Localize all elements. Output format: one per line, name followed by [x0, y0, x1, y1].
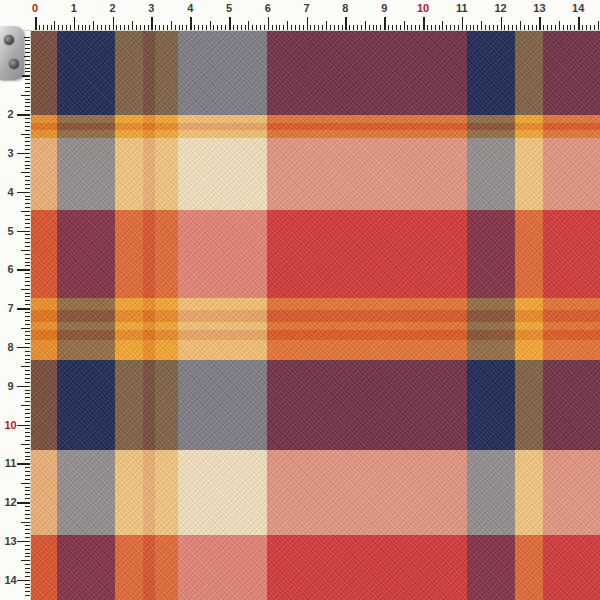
ruler-tick [578, 17, 580, 30]
ruler-tick [105, 25, 106, 31]
ruler-tick [233, 25, 234, 31]
ruler-tick [489, 25, 490, 31]
ruler-tick [17, 386, 30, 388]
ruler-tick [404, 21, 405, 30]
ruler-tick [25, 60, 31, 61]
ruler-tick [17, 463, 30, 465]
ruler-top-number: 5 [226, 3, 232, 14]
ruler-tick [25, 227, 31, 228]
ruler-tick [454, 25, 455, 31]
ruler-tick [25, 448, 31, 449]
ruler-tick [17, 502, 30, 504]
ruler-tick [25, 355, 31, 356]
ruler-tick [85, 25, 86, 31]
ruler-tick [241, 25, 242, 31]
ruler-tick [25, 529, 31, 530]
screw-icon [9, 59, 19, 69]
ruler-tick [501, 17, 503, 30]
ruler-tick [210, 21, 211, 30]
ruler-tick [25, 262, 31, 263]
ruler-tick [25, 568, 31, 569]
ruler-tick [25, 343, 31, 344]
ruler-tick [70, 25, 71, 31]
ruler-tick [21, 172, 30, 173]
ruler-tick [25, 494, 31, 495]
ruler-tick [283, 25, 284, 31]
ruler-tick [299, 25, 300, 31]
ruler-tick [82, 25, 83, 31]
ruler-tick [25, 514, 31, 515]
ruler-top-number: 14 [572, 3, 584, 14]
ruler-tick [25, 130, 31, 131]
ruler-tick [25, 83, 31, 84]
ruler-tick [151, 17, 153, 30]
ruler-tick [396, 25, 397, 31]
ruler-tick [252, 25, 253, 31]
ruler-tick [25, 440, 31, 441]
ruler-tick [435, 25, 436, 31]
ruler-tick [25, 122, 31, 123]
ruler-tick [25, 242, 31, 243]
ruler-tick [25, 40, 31, 41]
ruler-tick [140, 25, 141, 31]
ruler-tick [25, 409, 31, 410]
ruler-tick [462, 17, 464, 30]
ruler-top-number: 4 [187, 3, 193, 14]
ruler-tick [25, 533, 31, 534]
ruler-tick [582, 25, 583, 31]
ruler-left: 1234567891011121314 [0, 0, 31, 600]
ruler-tick [159, 25, 160, 31]
ruler-tick [25, 591, 31, 592]
ruler-tick [202, 25, 203, 31]
ruler-tick [388, 25, 389, 31]
ruler-tick [116, 25, 117, 31]
ruler-tick [175, 25, 176, 31]
ruler-tick [256, 25, 257, 31]
ruler-tick [276, 25, 277, 31]
ruler-tick [485, 25, 486, 31]
ruler-tick [264, 25, 265, 31]
ruler-tick [120, 25, 121, 31]
ruler-tick [25, 564, 31, 565]
ruler-tick [543, 25, 544, 31]
ruler-tick [25, 64, 31, 65]
ruler-tick [25, 207, 31, 208]
ruler-tick [194, 25, 195, 31]
ruler-tick [25, 467, 31, 468]
ruler-tick [512, 25, 513, 31]
ruler-tick [25, 300, 31, 301]
ruler-tick [25, 188, 31, 189]
ruler-tick [21, 366, 30, 367]
ruler-top-number: 11 [456, 3, 468, 14]
ruler-tick [407, 25, 408, 31]
ruler-tick [25, 52, 31, 53]
ruler-tick [25, 304, 31, 305]
ruler-tick [25, 106, 31, 107]
ruler-tick [539, 17, 541, 30]
ruler-tick [25, 312, 31, 313]
ruler-tick [25, 339, 31, 340]
ruler-tick [25, 401, 31, 402]
ruler-tick [357, 25, 358, 31]
ruler-tick [21, 95, 30, 96]
ruler-tick [21, 405, 30, 406]
ruler-tick [570, 25, 571, 31]
ruler-tick [25, 374, 31, 375]
ruler-tick [25, 553, 31, 554]
ruler-tick [25, 203, 31, 204]
ruler-top-number: 0 [32, 3, 38, 14]
ruler-tick [163, 25, 164, 31]
ruler-tick [25, 506, 31, 507]
ruler-tick [17, 308, 30, 310]
ruler-top-number: 1 [71, 3, 77, 14]
ruler-tick [25, 452, 31, 453]
ruler-tick [423, 17, 425, 30]
ruler-tick [442, 21, 443, 30]
ruler-tick [361, 25, 362, 31]
ruler-tick [17, 231, 30, 233]
ruler-tick [25, 110, 31, 111]
ruler-tick [25, 525, 31, 526]
ruler-tick [590, 25, 591, 31]
ruler-tick [17, 425, 30, 427]
ruler-tick [17, 153, 30, 155]
